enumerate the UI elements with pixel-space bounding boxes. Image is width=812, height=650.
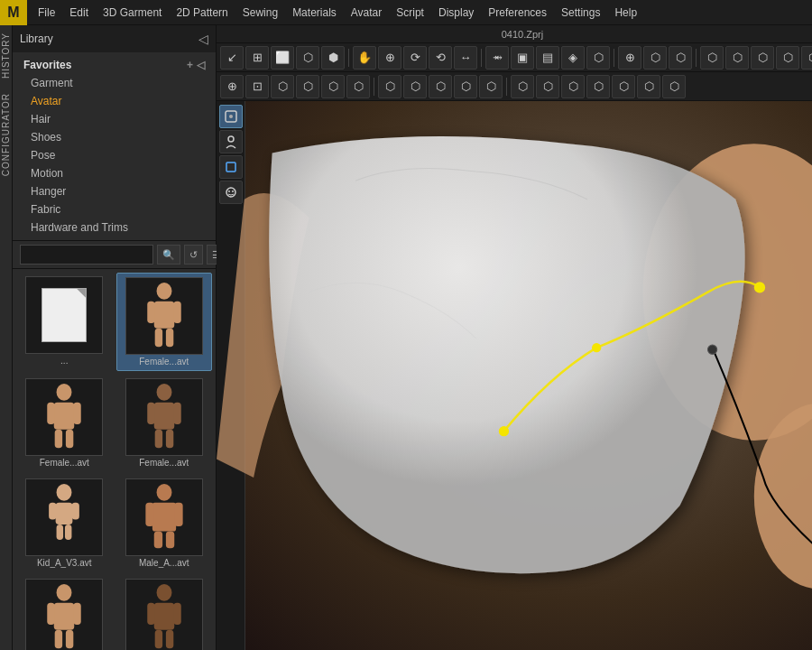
menu-display[interactable]: Display <box>431 0 481 25</box>
tool-seam[interactable]: ⬡ <box>643 46 667 70</box>
tool2-3[interactable]: ⬡ <box>271 75 294 98</box>
svg-point-53 <box>754 282 765 292</box>
tool2-18[interactable]: ⬡ <box>662 75 686 98</box>
tool2-14[interactable]: ⬡ <box>561 75 585 98</box>
refresh-button[interactable]: ↺ <box>184 245 203 265</box>
tool2-10[interactable]: ⬡ <box>454 75 477 98</box>
thumb-blank <box>25 276 103 354</box>
menu-sewing[interactable]: Sewing <box>235 0 285 25</box>
svg-rect-4 <box>154 328 161 347</box>
tool2-2[interactable]: ⊡ <box>245 75 269 98</box>
tool2-5[interactable]: ⬡ <box>321 75 345 98</box>
3d-canvas[interactable] <box>217 101 812 650</box>
search-input[interactable] <box>20 245 153 265</box>
menu-edit[interactable]: Edit <box>62 0 96 25</box>
search-button[interactable]: 🔍 <box>157 245 180 265</box>
tool2-9[interactable]: ⬡ <box>429 75 452 98</box>
menu-materials[interactable]: Materials <box>285 0 344 25</box>
tool-merge[interactable]: ◈ <box>561 46 585 70</box>
nav-hanger[interactable]: Hanger <box>13 182 216 200</box>
svg-point-51 <box>499 427 508 436</box>
menu-settings[interactable]: Settings <box>554 0 607 25</box>
tool2-17[interactable]: ⬡ <box>637 75 660 98</box>
list-item[interactable]: ... <box>16 273 113 371</box>
collapse-favorite-icon[interactable]: ◁ <box>197 59 205 71</box>
svg-rect-34 <box>55 629 62 648</box>
tool-undo[interactable]: ⟲ <box>429 46 452 70</box>
tool2-13[interactable]: ⬡ <box>536 75 559 98</box>
tool-flip[interactable]: ↔ <box>454 46 477 70</box>
tool-transform[interactable]: ⊞ <box>245 46 269 70</box>
tool-extra2[interactable]: ⬡ <box>801 46 812 70</box>
tool2-15[interactable]: ⬡ <box>586 75 610 98</box>
menu-preferences[interactable]: Preferences <box>481 0 554 25</box>
tool-polygon[interactable]: ⬢ <box>321 46 345 70</box>
tool-box-select[interactable]: ⬜ <box>271 46 294 70</box>
nav-motion[interactable]: Motion <box>13 164 216 182</box>
list-item[interactable]: Female...avt <box>116 375 213 471</box>
toolbar-top: ↙ ⊞ ⬜ ⬡ ⬢ ✋ ⊕ ⟳ ⟲ ↔ ⥇ ▣ ▤ ◈ ⬡ ⊕ ⬡ ⬡ ⬡ ⬡ … <box>217 43 812 72</box>
thumb-label: Male_A...avt <box>139 558 189 568</box>
tool-cut[interactable]: ⬡ <box>751 46 774 70</box>
tool2-16[interactable]: ⬡ <box>612 75 635 98</box>
tool2-1[interactable]: ⊕ <box>220 75 244 98</box>
tool-pattern[interactable]: ⬡ <box>586 46 610 70</box>
viewport-area: 0410.Zprj ↙ ⊞ ⬜ ⬡ ⬢ ✋ ⊕ ⟳ ⟲ ↔ ⥇ ▣ ▤ ◈ ⬡ … <box>217 25 812 650</box>
separator5 <box>374 78 374 96</box>
list-item[interactable]: Female...avt <box>16 575 113 650</box>
add-favorite-icon[interactable]: + <box>187 59 193 71</box>
svg-rect-39 <box>173 602 180 624</box>
tool-arrange[interactable]: ⥇ <box>485 46 509 70</box>
thumb-female5 <box>125 579 203 650</box>
separator3 <box>614 49 614 67</box>
nav-shoes[interactable]: Shoes <box>13 128 216 146</box>
nav-hair[interactable]: Hair <box>13 110 216 128</box>
nav-fabric[interactable]: Fabric <box>13 200 216 218</box>
library-panel: Library ◁ Favorites + ◁ Garment Avatar H… <box>13 25 217 650</box>
menu-avatar[interactable]: Avatar <box>344 0 389 25</box>
avatar-svg <box>37 384 91 451</box>
favorites-header[interactable]: Favorites + ◁ <box>13 56 216 74</box>
tool2-4[interactable]: ⬡ <box>296 75 319 98</box>
list-item[interactable]: Female...avt <box>116 273 213 371</box>
list-item[interactable]: Kid_A_V3.avt <box>16 475 113 571</box>
history-label[interactable]: HISTORY <box>0 25 12 86</box>
svg-rect-35 <box>66 629 73 648</box>
library-nav: Favorites + ◁ Garment Avatar Hair Shoes … <box>13 52 216 240</box>
tool-extra1[interactable]: ⬡ <box>776 46 799 70</box>
tool-mirror[interactable]: ▣ <box>511 46 534 70</box>
menu-file[interactable]: File <box>31 0 62 25</box>
menu-help[interactable]: Help <box>607 0 644 25</box>
menu-3dgarment[interactable]: 3D Garment <box>96 0 169 25</box>
svg-rect-31 <box>54 602 75 629</box>
svg-rect-41 <box>166 629 173 648</box>
thumb-label: Kid_A_V3.avt <box>37 558 92 568</box>
tool2-6[interactable]: ⬡ <box>346 75 370 98</box>
nav-avatar[interactable]: Avatar <box>13 92 216 110</box>
avatar-svg <box>37 584 91 651</box>
library-header: Library ◁ <box>13 25 216 52</box>
tool-measure[interactable]: ⬡ <box>700 46 724 70</box>
menu-2dpattern[interactable]: 2D Pattern <box>169 0 235 25</box>
tool-grab[interactable]: ✋ <box>353 46 376 70</box>
tool-select[interactable]: ↙ <box>220 46 244 70</box>
nav-pose[interactable]: Pose <box>13 146 216 164</box>
tool2-11[interactable]: ⬡ <box>479 75 503 98</box>
tool-grid[interactable]: ▤ <box>536 46 559 70</box>
configurator-label[interactable]: CONFIGURATOR <box>0 86 12 183</box>
menu-script[interactable]: Script <box>389 0 431 25</box>
tool2-12[interactable]: ⬡ <box>511 75 534 98</box>
tool2-8[interactable]: ⬡ <box>403 75 427 98</box>
tool-stitch[interactable]: ⊕ <box>618 46 641 70</box>
list-item[interactable]: Female...avt <box>16 375 113 471</box>
tool-lasso[interactable]: ⬡ <box>296 46 319 70</box>
tool-trace[interactable]: ⬡ <box>725 46 749 70</box>
tool2-7[interactable]: ⬡ <box>378 75 401 98</box>
nav-garment[interactable]: Garment <box>13 74 216 92</box>
tool-rotate[interactable]: ⟳ <box>403 46 427 70</box>
nav-hardware[interactable]: Hardware and Trims <box>13 218 216 237</box>
list-item[interactable]: Male_A...avt <box>116 475 213 571</box>
list-item[interactable]: Female...avt <box>116 575 213 650</box>
tool-add-point[interactable]: ⊕ <box>378 46 401 70</box>
tool-pin[interactable]: ⬡ <box>669 46 692 70</box>
